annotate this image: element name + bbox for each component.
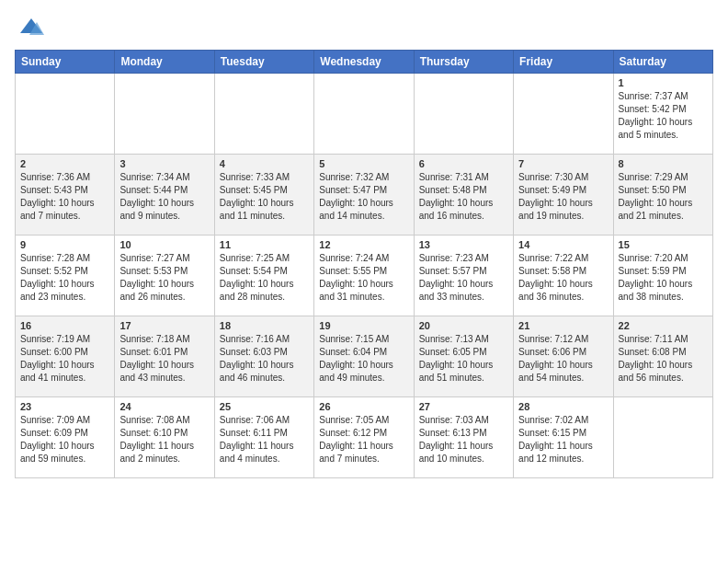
- day-number: 9: [20, 239, 109, 250]
- weekday-wednesday: Wednesday: [314, 51, 414, 74]
- day-cell: 28Sunrise: 7:02 AMSunset: 6:15 PMDayligh…: [514, 397, 613, 478]
- day-info: Sunrise: 7:28 AMSunset: 5:52 PMDaylight:…: [20, 252, 109, 304]
- week-row-4: 23Sunrise: 7:09 AMSunset: 6:09 PMDayligh…: [16, 397, 713, 478]
- day-number: 22: [619, 320, 708, 331]
- day-info: Sunrise: 7:16 AMSunset: 6:03 PMDaylight:…: [220, 333, 309, 385]
- day-cell: 12Sunrise: 7:24 AMSunset: 5:55 PMDayligh…: [314, 236, 414, 316]
- day-number: 28: [518, 401, 608, 412]
- day-number: 25: [220, 401, 309, 412]
- day-cell: 23Sunrise: 7:09 AMSunset: 6:09 PMDayligh…: [16, 397, 115, 478]
- day-number: 5: [319, 158, 408, 169]
- day-cell: 13Sunrise: 7:23 AMSunset: 5:57 PMDayligh…: [414, 236, 513, 316]
- day-number: 16: [20, 320, 109, 331]
- day-number: 13: [419, 239, 508, 250]
- day-number: 11: [220, 239, 309, 250]
- day-number: 24: [119, 401, 209, 412]
- day-info: Sunrise: 7:30 AMSunset: 5:49 PMDaylight:…: [518, 171, 608, 223]
- day-number: 19: [319, 320, 408, 331]
- day-cell: 1Sunrise: 7:37 AMSunset: 5:42 PMDaylight…: [613, 74, 712, 155]
- day-cell: 4Sunrise: 7:33 AMSunset: 5:45 PMDaylight…: [214, 155, 313, 236]
- logo-icon: [18, 15, 44, 40]
- day-number: 15: [619, 239, 708, 250]
- day-cell: 3Sunrise: 7:34 AMSunset: 5:44 PMDaylight…: [115, 155, 214, 236]
- day-info: Sunrise: 7:06 AMSunset: 6:11 PMDaylight:…: [220, 414, 309, 465]
- week-row-0: 1Sunrise: 7:37 AMSunset: 5:42 PMDaylight…: [16, 74, 713, 155]
- day-cell: [613, 397, 712, 478]
- day-number: 14: [518, 239, 608, 250]
- day-info: Sunrise: 7:37 AMSunset: 5:42 PMDaylight:…: [619, 90, 708, 142]
- day-info: Sunrise: 7:12 AMSunset: 6:06 PMDaylight:…: [518, 333, 608, 385]
- day-cell: 5Sunrise: 7:32 AMSunset: 5:47 PMDaylight…: [314, 155, 414, 236]
- weekday-saturday: Saturday: [613, 51, 712, 74]
- day-cell: 6Sunrise: 7:31 AMSunset: 5:48 PMDaylight…: [414, 155, 513, 236]
- day-info: Sunrise: 7:03 AMSunset: 6:13 PMDaylight:…: [419, 414, 508, 465]
- day-cell: 16Sunrise: 7:19 AMSunset: 6:00 PMDayligh…: [16, 316, 115, 397]
- day-cell: 27Sunrise: 7:03 AMSunset: 6:13 PMDayligh…: [414, 397, 513, 478]
- day-cell: 21Sunrise: 7:12 AMSunset: 6:06 PMDayligh…: [514, 316, 613, 397]
- day-info: Sunrise: 7:19 AMSunset: 6:00 PMDaylight:…: [20, 333, 109, 385]
- day-cell: [115, 74, 214, 155]
- day-cell: [16, 74, 115, 155]
- day-info: Sunrise: 7:33 AMSunset: 5:45 PMDaylight:…: [220, 171, 309, 223]
- calendar: SundayMondayTuesdayWednesdayThursdayFrid…: [15, 50, 713, 478]
- day-number: 2: [20, 158, 109, 169]
- day-cell: [514, 74, 613, 155]
- day-cell: 25Sunrise: 7:06 AMSunset: 6:11 PMDayligh…: [214, 397, 313, 478]
- day-info: Sunrise: 7:25 AMSunset: 5:54 PMDaylight:…: [220, 252, 309, 304]
- day-number: 27: [419, 401, 508, 412]
- day-number: 12: [319, 239, 408, 250]
- logo: [15, 15, 44, 40]
- day-number: 18: [220, 320, 309, 331]
- day-info: Sunrise: 7:27 AMSunset: 5:53 PMDaylight:…: [119, 252, 209, 304]
- day-number: 1: [619, 77, 708, 88]
- week-row-1: 2Sunrise: 7:36 AMSunset: 5:43 PMDaylight…: [16, 155, 713, 236]
- header: [15, 15, 713, 40]
- day-info: Sunrise: 7:15 AMSunset: 6:04 PMDaylight:…: [319, 333, 408, 385]
- day-info: Sunrise: 7:29 AMSunset: 5:50 PMDaylight:…: [619, 171, 708, 223]
- day-cell: 18Sunrise: 7:16 AMSunset: 6:03 PMDayligh…: [214, 316, 313, 397]
- day-info: Sunrise: 7:23 AMSunset: 5:57 PMDaylight:…: [419, 252, 508, 304]
- day-info: Sunrise: 7:31 AMSunset: 5:48 PMDaylight:…: [419, 171, 508, 223]
- day-cell: 9Sunrise: 7:28 AMSunset: 5:52 PMDaylight…: [16, 236, 115, 316]
- day-number: 21: [518, 320, 608, 331]
- day-info: Sunrise: 7:02 AMSunset: 6:15 PMDaylight:…: [518, 414, 608, 465]
- day-cell: 7Sunrise: 7:30 AMSunset: 5:49 PMDaylight…: [514, 155, 613, 236]
- day-info: Sunrise: 7:34 AMSunset: 5:44 PMDaylight:…: [119, 171, 209, 223]
- day-cell: 26Sunrise: 7:05 AMSunset: 6:12 PMDayligh…: [314, 397, 414, 478]
- weekday-header-row: SundayMondayTuesdayWednesdayThursdayFrid…: [16, 51, 713, 74]
- day-cell: 8Sunrise: 7:29 AMSunset: 5:50 PMDaylight…: [613, 155, 712, 236]
- day-number: 23: [20, 401, 109, 412]
- day-cell: [414, 74, 513, 155]
- weekday-thursday: Thursday: [414, 51, 513, 74]
- day-number: 4: [220, 158, 309, 169]
- day-number: 3: [119, 158, 209, 169]
- day-cell: 20Sunrise: 7:13 AMSunset: 6:05 PMDayligh…: [414, 316, 513, 397]
- page: SundayMondayTuesdayWednesdayThursdayFrid…: [0, 0, 728, 493]
- day-number: 17: [119, 320, 209, 331]
- day-info: Sunrise: 7:11 AMSunset: 6:08 PMDaylight:…: [619, 333, 708, 385]
- day-info: Sunrise: 7:22 AMSunset: 5:58 PMDaylight:…: [518, 252, 608, 304]
- day-cell: [214, 74, 313, 155]
- day-cell: 22Sunrise: 7:11 AMSunset: 6:08 PMDayligh…: [613, 316, 712, 397]
- day-cell: 15Sunrise: 7:20 AMSunset: 5:59 PMDayligh…: [613, 236, 712, 316]
- day-cell: 11Sunrise: 7:25 AMSunset: 5:54 PMDayligh…: [214, 236, 313, 316]
- day-info: Sunrise: 7:36 AMSunset: 5:43 PMDaylight:…: [20, 171, 109, 223]
- day-cell: 2Sunrise: 7:36 AMSunset: 5:43 PMDaylight…: [16, 155, 115, 236]
- day-cell: 10Sunrise: 7:27 AMSunset: 5:53 PMDayligh…: [115, 236, 214, 316]
- day-number: 8: [619, 158, 708, 169]
- day-info: Sunrise: 7:18 AMSunset: 6:01 PMDaylight:…: [119, 333, 209, 385]
- day-info: Sunrise: 7:13 AMSunset: 6:05 PMDaylight:…: [419, 333, 508, 385]
- weekday-tuesday: Tuesday: [214, 51, 313, 74]
- day-info: Sunrise: 7:20 AMSunset: 5:59 PMDaylight:…: [619, 252, 708, 304]
- day-info: Sunrise: 7:05 AMSunset: 6:12 PMDaylight:…: [319, 414, 408, 465]
- day-number: 7: [518, 158, 608, 169]
- day-number: 20: [419, 320, 508, 331]
- day-number: 6: [419, 158, 508, 169]
- week-row-3: 16Sunrise: 7:19 AMSunset: 6:00 PMDayligh…: [16, 316, 713, 397]
- weekday-sunday: Sunday: [16, 51, 115, 74]
- day-cell: [314, 74, 414, 155]
- day-number: 10: [119, 239, 209, 250]
- day-cell: 24Sunrise: 7:08 AMSunset: 6:10 PMDayligh…: [115, 397, 214, 478]
- day-info: Sunrise: 7:08 AMSunset: 6:10 PMDaylight:…: [119, 414, 209, 465]
- weekday-monday: Monday: [115, 51, 214, 74]
